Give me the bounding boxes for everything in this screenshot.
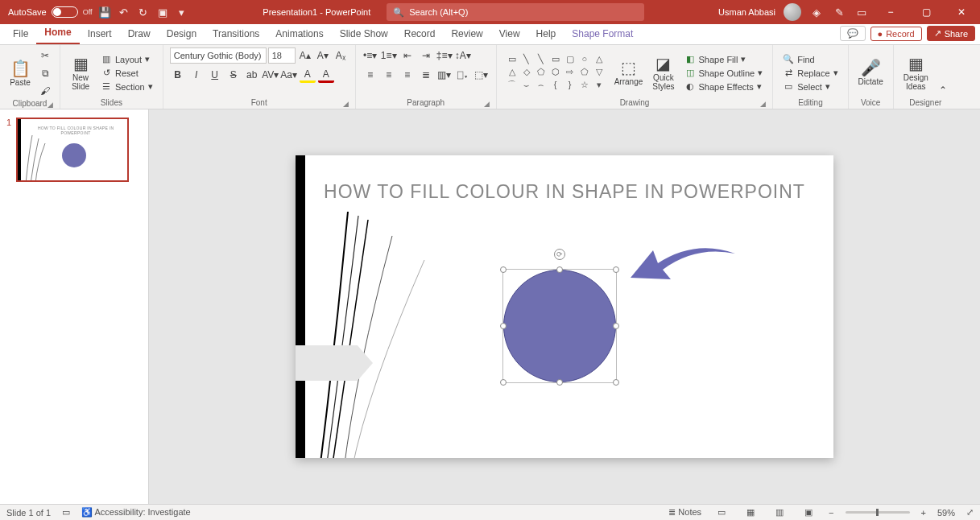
slide-thumbnail-panel[interactable]: 1 HOW TO FILL COLOUR IN SHAPE IN POWERPO… [0, 109, 149, 504]
layout-button[interactable]: ▥Layout ▾ [97, 53, 156, 65]
bold-button[interactable]: B [170, 67, 186, 83]
slide[interactable]: HOW TO FILL COLOUR IN SHAPE IN POWERPOIN… [296, 155, 833, 458]
grow-font-button[interactable]: A▴ [297, 47, 313, 64]
minimize-button[interactable]: − [877, 0, 904, 24]
slide-title[interactable]: HOW TO FILL COLOUR IN SHAPE IN POWERPOIN… [296, 181, 833, 203]
resize-handle-tr[interactable] [613, 266, 619, 273]
tab-draw[interactable]: Draw [120, 25, 159, 44]
resize-handle-ml[interactable] [500, 323, 507, 329]
select-button[interactable]: ▭Select ▾ [779, 80, 841, 93]
shadow-button[interactable]: ab [244, 67, 260, 83]
shrink-font-button[interactable]: A▾ [315, 47, 331, 64]
customize-qat-icon[interactable]: ▾ [175, 5, 189, 19]
resize-handle-tm[interactable] [556, 266, 563, 273]
accessibility-status[interactable]: ♿ Accessibility: Investigate [81, 507, 191, 518]
tab-review[interactable]: Review [443, 25, 490, 44]
resize-handle-mr[interactable] [613, 323, 619, 329]
decrease-indent-button[interactable]: ⇤ [399, 47, 416, 64]
notes-button[interactable]: ≣ Notes [668, 507, 701, 518]
shape-fill-button[interactable]: ◧Shape Fill ▾ [681, 53, 767, 65]
tab-view[interactable]: View [491, 25, 528, 44]
comments-button[interactable]: 💬 [840, 26, 866, 41]
justify-button[interactable]: ≣ [418, 67, 434, 83]
close-button[interactable]: ✕ [948, 0, 975, 24]
selected-oval-shape[interactable]: ⟳ [503, 270, 616, 382]
tab-help[interactable]: Help [528, 25, 564, 44]
zoom-out-button[interactable]: − [829, 508, 833, 518]
italic-button[interactable]: I [188, 67, 205, 83]
start-from-beginning-icon[interactable]: ▣ [155, 5, 170, 19]
tab-shape-format[interactable]: Shape Format [564, 25, 641, 44]
resize-handle-br[interactable] [613, 379, 619, 386]
sorter-view-button[interactable]: ▦ [742, 506, 759, 519]
new-slide-button[interactable]: ▦ New Slide [67, 54, 94, 93]
tab-insert[interactable]: Insert [80, 25, 120, 44]
arrange-button[interactable]: ⬚ Arrange [611, 58, 647, 88]
resize-handle-tl[interactable] [500, 266, 507, 273]
align-text-button[interactable]: ⎕▾ [455, 67, 471, 83]
font-launcher[interactable]: ◢ [343, 100, 349, 108]
tab-file[interactable]: File [5, 25, 36, 44]
maximize-button[interactable]: ▢ [912, 0, 940, 24]
zoom-in-button[interactable]: + [921, 508, 926, 518]
tab-slideshow[interactable]: Slide Show [332, 25, 396, 44]
pentagon-shape[interactable] [296, 345, 373, 381]
collapse-ribbon-button[interactable]: ⌃ [935, 82, 951, 98]
pen-icon[interactable]: ✎ [832, 5, 846, 19]
redo-icon[interactable]: ↻ [136, 5, 151, 19]
tab-record[interactable]: Record [396, 25, 444, 44]
tab-home[interactable]: Home [36, 23, 79, 44]
slide-counter[interactable]: Slide 1 of 1 [6, 508, 51, 518]
tab-transitions[interactable]: Transitions [205, 25, 267, 44]
align-left-button[interactable]: ≡ [362, 67, 378, 83]
underline-button[interactable]: U [207, 67, 223, 83]
format-painter-button[interactable]: 🖌 [37, 83, 53, 99]
align-right-button[interactable]: ≡ [399, 67, 416, 83]
rotate-handle[interactable]: ⟳ [554, 249, 565, 260]
change-case-button[interactable]: Aa▾ [281, 67, 297, 83]
dictate-button[interactable]: 🎤 Dictate [855, 58, 887, 88]
reset-button[interactable]: ↺Reset [97, 67, 156, 79]
zoom-slider[interactable] [846, 511, 910, 514]
ribbon-display-icon[interactable]: ▭ [854, 5, 869, 19]
slideshow-view-button[interactable]: ▣ [800, 506, 817, 519]
shape-outline-button[interactable]: ◫Shape Outline ▾ [681, 67, 767, 79]
increase-indent-button[interactable]: ⇥ [418, 47, 434, 64]
smartart-button[interactable]: ⬚▾ [473, 67, 490, 83]
zoom-level[interactable]: 59% [937, 508, 955, 518]
clipboard-launcher[interactable]: ◢ [48, 101, 53, 109]
strikethrough-button[interactable]: S [225, 67, 242, 83]
user-name[interactable]: Usman Abbasi [718, 7, 775, 17]
resize-handle-bl[interactable] [500, 379, 507, 386]
section-button[interactable]: ☰Section ▾ [97, 80, 156, 93]
slide-thumbnail-1[interactable]: HOW TO FILL COLOUR IN SHAPE IN POWERPOIN… [16, 118, 129, 182]
font-size-combo[interactable]: 18 [268, 47, 296, 64]
reading-view-button[interactable]: ▥ [771, 506, 788, 519]
tab-animations[interactable]: Animations [267, 25, 331, 44]
slide-canvas-area[interactable]: HOW TO FILL COLOUR IN SHAPE IN POWERPOIN… [149, 109, 980, 504]
share-button[interactable]: ↗ Share [927, 26, 975, 41]
bullets-button[interactable]: •≡▾ [362, 47, 378, 64]
quick-styles-button[interactable]: ◪ Quick Styles [649, 54, 677, 93]
replace-button[interactable]: ⇄Replace ▾ [779, 67, 841, 79]
record-button[interactable]: ● Record [870, 27, 922, 41]
copy-button[interactable]: ⧉ [37, 65, 53, 81]
spellcheck-icon[interactable]: ▭ [62, 507, 70, 518]
numbering-button[interactable]: 1≡▾ [381, 47, 397, 64]
font-color-button[interactable]: A [318, 67, 334, 83]
char-spacing-button[interactable]: AV▾ [263, 67, 279, 83]
find-button[interactable]: 🔍Find [779, 53, 841, 65]
clear-formatting-button[interactable]: Aᵪ [333, 47, 349, 64]
highlight-button[interactable]: A [300, 67, 316, 83]
curved-arrow-shape[interactable] [631, 246, 735, 294]
shapes-gallery[interactable]: ▭╲╲▭▢○△ △◇⬠⬡⇨⬠▽ ⌒⌣⌢{}☆▾ [503, 52, 608, 94]
design-ideas-button[interactable]: ▦ Design Ideas [900, 54, 932, 93]
fit-to-window-button[interactable]: ⤢ [966, 507, 974, 518]
avatar[interactable] [784, 3, 801, 21]
resize-handle-bm[interactable] [556, 379, 563, 386]
text-direction-button[interactable]: ↕A▾ [455, 47, 471, 64]
columns-button[interactable]: ▥▾ [436, 67, 453, 83]
font-name-combo[interactable]: Century Gothic (Body) [170, 47, 267, 64]
drawing-launcher[interactable]: ◢ [760, 100, 766, 108]
tab-design[interactable]: Design [159, 25, 205, 44]
